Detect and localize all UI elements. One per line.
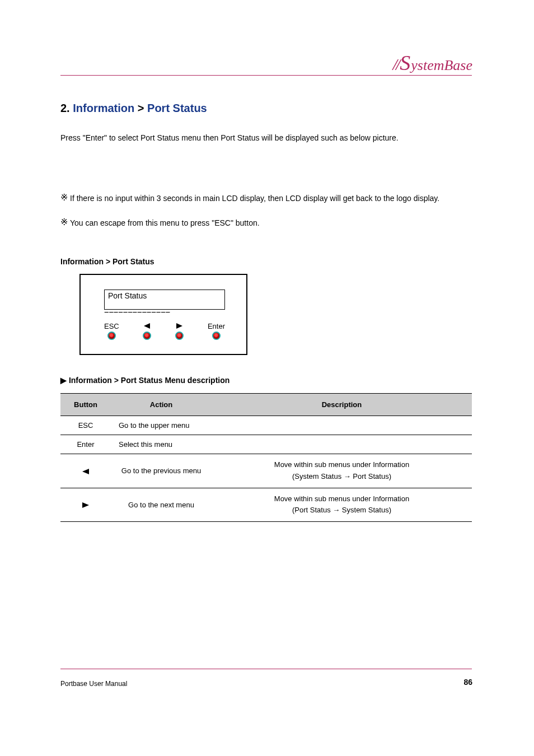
cell-action: Go to the upper menu: [111, 416, 472, 435]
note-bullet-2: ※: [60, 216, 68, 228]
th-action: Action: [111, 394, 212, 416]
th-description: Description: [212, 394, 472, 416]
brand-slashes: //: [393, 55, 399, 74]
section-title: 2. Information > Port Status: [60, 102, 207, 115]
right-led-icon: [175, 332, 184, 340]
table-row: Enter Select this menu: [60, 435, 472, 454]
esc-button[interactable]: ESC: [104, 322, 119, 340]
cell-action: Select this menu: [111, 435, 472, 454]
desc-line1: Move within sub menus under Information: [274, 494, 409, 503]
section-number: 2.: [60, 102, 70, 114]
lcd-panel: Port Status −−−−−−−−−−−−−− ESC Enter: [79, 274, 247, 355]
esc-led-icon: [107, 332, 116, 340]
cell-button: ESC: [60, 416, 111, 435]
left-button[interactable]: [143, 322, 151, 340]
note-2: You can escape from this menu to press "…: [70, 217, 472, 230]
cell-button: [60, 488, 111, 522]
lcd-title: Port Status: [108, 291, 147, 300]
page-number: 86: [463, 678, 472, 687]
footer-manual-title: Portbase User Manual: [60, 680, 127, 688]
enter-label: Enter: [208, 322, 225, 330]
th-button: Button: [60, 394, 111, 416]
desc-line1: Move within sub menus under Information: [274, 460, 409, 469]
table-row: Go to the previous menu Move within sub …: [60, 454, 472, 488]
left-arrow-icon: [144, 322, 150, 330]
section-info: Information: [73, 102, 134, 114]
paragraph-intro: Press "Enter" to select Port Status menu…: [60, 132, 472, 144]
esc-label: ESC: [104, 322, 119, 330]
right-button[interactable]: [175, 322, 184, 340]
section-port-status: Port Status: [147, 102, 207, 114]
left-arrow-icon: [82, 469, 89, 474]
cell-action: Go to the next menu: [111, 488, 212, 522]
desc-line2: (Port Status → System Status): [292, 506, 391, 514]
table-row: ESC Go to the upper menu: [60, 416, 472, 435]
brand-rest: ystemBase: [411, 57, 472, 74]
subsection-title: Information > Port Status: [60, 257, 154, 266]
lcd-separator: −−−−−−−−−−−−−−: [104, 307, 170, 316]
footer-divider: [60, 669, 472, 669]
cell-button: [60, 454, 111, 488]
cell-action: Go to the previous menu: [111, 454, 212, 488]
brand-letter-s: S: [400, 50, 410, 75]
note-1: If there is no input within 3 seconds in…: [70, 193, 472, 205]
note-bullet-1: ※: [60, 192, 68, 204]
table-row: Go to the next menu Move within sub menu…: [60, 488, 472, 522]
table-title: ▶ Information > Port Status Menu descrip…: [60, 376, 229, 385]
cell-description: Move within sub menus under Information …: [212, 488, 472, 522]
right-arrow-icon: [176, 322, 182, 330]
cell-button: Enter: [60, 435, 111, 454]
desc-line2: (System Status → Port Status): [292, 472, 391, 480]
enter-button[interactable]: Enter: [208, 322, 225, 340]
left-led-icon: [143, 332, 151, 340]
cell-description: Move within sub menus under Information …: [212, 454, 472, 488]
brand-logo: // S ystemBase: [393, 50, 472, 75]
menu-description-table: Button Action Description ESC Go to the …: [60, 393, 472, 522]
header-divider: [60, 75, 472, 76]
section-arrow: >: [138, 102, 144, 114]
lcd-buttons-row: ESC Enter: [104, 322, 225, 340]
right-arrow-icon: [82, 502, 89, 508]
lcd-display: Port Status: [104, 290, 225, 310]
enter-led-icon: [212, 332, 221, 340]
